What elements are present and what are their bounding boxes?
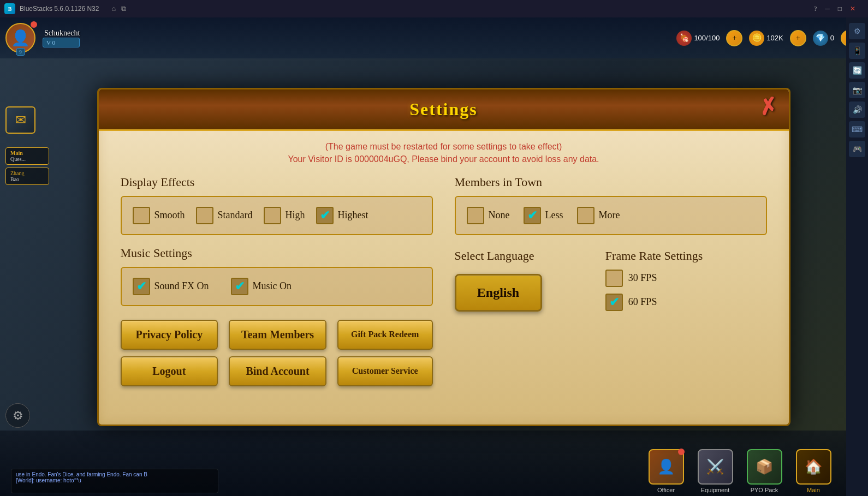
bluestacks-sidebar: ⚙ 📱 🔄 📷 🔊 ⌨ 🎮 [846, 17, 868, 496]
fps60-check-icon: ✔ [609, 296, 619, 308]
fps-title: Frame Rate Settings [605, 249, 767, 263]
close-x-icon: ✗ [757, 94, 779, 119]
high-checkbox[interactable]: ✓ [264, 207, 281, 224]
close-button[interactable]: ✗ [756, 95, 781, 119]
help-icon[interactable]: ? [814, 5, 817, 13]
logout-button[interactable]: Logout [121, 356, 218, 386]
fps-options: ✓ 30 FPS ✔ 60 FPS [605, 270, 767, 311]
customer-service-button[interactable]: Customer Service [337, 356, 433, 386]
highest-label: Highest [338, 210, 368, 221]
more-option[interactable]: ✓ More [577, 207, 620, 224]
sidebar-icon-4[interactable]: 📷 [849, 82, 865, 98]
high-option[interactable]: ✓ High [264, 207, 305, 224]
fps30-checkbox[interactable]: ✓ [605, 270, 623, 287]
restore-icon[interactable]: □ [838, 5, 842, 13]
layers-icon[interactable]: ⧉ [121, 4, 126, 13]
members-panel: ✓ None ✔ Less [455, 196, 767, 235]
display-effects-title: Display Effects [121, 175, 433, 189]
less-checkbox[interactable]: ✔ [524, 207, 541, 224]
visitor-text: Your Visitor ID is 0000004uGQ, Please bi… [121, 154, 767, 164]
app-title: BlueStacks 5.6.0.1126 N32 [20, 5, 99, 13]
highest-option[interactable]: ✔ Highest [316, 207, 368, 224]
modal-overlay: Settings ✗ (The game must be restarted f… [41, 17, 846, 496]
less-label: Less [545, 210, 563, 221]
less-option[interactable]: ✔ Less [524, 207, 563, 224]
high-label: High [286, 210, 305, 221]
music-option[interactable]: ✔ Music On [231, 278, 292, 295]
less-check-icon: ✔ [527, 210, 537, 222]
sidebar-icon-2[interactable]: 📱 [849, 43, 865, 59]
sidebar-icon-5[interactable]: 🔊 [849, 101, 865, 118]
action-buttons-row2: Logout Bind Account Customer Service [121, 356, 433, 386]
more-checkbox[interactable]: ✓ [577, 207, 594, 224]
more-label: More [599, 210, 620, 221]
gear-icon[interactable]: ⚙ [5, 403, 30, 428]
sidebar-icon-6[interactable]: ⌨ [849, 121, 865, 138]
music-check-icon: ✔ [235, 280, 245, 292]
sidebar-icon-7[interactable]: 🎮 [849, 141, 865, 157]
fps60-checkbox[interactable]: ✔ [605, 294, 623, 311]
settings-body: (The game must be restarted for some set… [99, 131, 789, 403]
close-window-icon[interactable]: ✕ [850, 5, 855, 13]
none-label: None [489, 210, 510, 221]
highest-checkbox[interactable]: ✔ [316, 207, 334, 224]
lang-fps-columns: Select Language English Frame Rate Setti… [455, 249, 767, 312]
standard-label: Standard [218, 210, 253, 221]
language-button[interactable]: English [455, 274, 542, 312]
music-settings-panel: ✔ Sound FX On ✔ Music On [121, 267, 433, 306]
highest-check-icon: ✔ [320, 210, 330, 222]
bluestacks-logo: B [4, 3, 15, 14]
fps-section: Frame Rate Settings ✓ 30 FPS [605, 249, 767, 312]
home-icon[interactable]: ⌂ [111, 4, 116, 13]
notice-text: (The game must be restarted for some set… [121, 142, 767, 152]
sound-fx-option[interactable]: ✔ Sound FX On [133, 278, 209, 295]
team-members-button[interactable]: Team Members [229, 320, 326, 350]
members-in-town-title: Members in Town [455, 175, 767, 189]
settings-columns: Display Effects ✓ Smooth ✓ [121, 175, 767, 386]
settings-left: Display Effects ✓ Smooth ✓ [121, 175, 433, 386]
fps60-label: 60 FPS [628, 296, 657, 308]
smooth-checkbox[interactable]: ✓ [133, 207, 150, 224]
titlebar: B BlueStacks 5.6.0.1126 N32 ⌂ ⧉ ? ─ □ ✕ [0, 0, 868, 17]
settings-modal: Settings ✗ (The game must be restarted f… [97, 88, 790, 426]
none-option[interactable]: ✓ None [467, 207, 510, 224]
privacy-policy-button[interactable]: Privacy Policy [121, 320, 218, 350]
settings-right: Members in Town ✓ None ✔ [455, 175, 767, 386]
music-label: Music On [253, 280, 292, 292]
smooth-option[interactable]: ✓ Smooth [133, 207, 185, 224]
language-section: Select Language English [455, 249, 589, 312]
fps30-option[interactable]: ✓ 30 FPS [605, 270, 767, 287]
music-checkbox[interactable]: ✔ [231, 278, 248, 295]
display-effects-panel: ✓ Smooth ✓ Standard [121, 196, 433, 235]
sound-fx-label: Sound FX On [154, 280, 209, 292]
language-title: Select Language [455, 249, 589, 263]
sidebar-icon-3[interactable]: 🔄 [849, 62, 865, 79]
standard-option[interactable]: ✓ Standard [196, 207, 253, 224]
fps60-option[interactable]: ✔ 60 FPS [605, 294, 767, 311]
settings-title: Settings [409, 99, 477, 119]
minimize-icon[interactable]: ─ [825, 5, 830, 13]
mail-icon[interactable]: ✉ [5, 106, 35, 134]
action-buttons-row1: Privacy Policy Team Members Gift Pack Re… [121, 320, 433, 350]
fps30-label: 30 FPS [628, 272, 657, 284]
window-controls: ? ─ □ ✕ [814, 5, 864, 13]
smooth-label: Smooth [154, 210, 185, 221]
gift-pack-redeem-button[interactable]: Gift Pack Redeem [337, 320, 433, 350]
none-checkbox[interactable]: ✓ [467, 207, 484, 224]
standard-checkbox[interactable]: ✓ [196, 207, 213, 224]
player-avatar-container: 👤 9 [5, 23, 35, 53]
music-settings-title: Music Settings [121, 246, 433, 260]
settings-header: Settings ✗ [99, 89, 789, 131]
sound-fx-check-icon: ✔ [136, 280, 146, 292]
sound-fx-checkbox[interactable]: ✔ [133, 278, 150, 295]
sidebar-icon-1[interactable]: ⚙ [849, 23, 865, 39]
bind-account-button[interactable]: Bind Account [229, 356, 326, 386]
player-level: 9 [16, 48, 25, 56]
avatar-notification [31, 21, 37, 28]
